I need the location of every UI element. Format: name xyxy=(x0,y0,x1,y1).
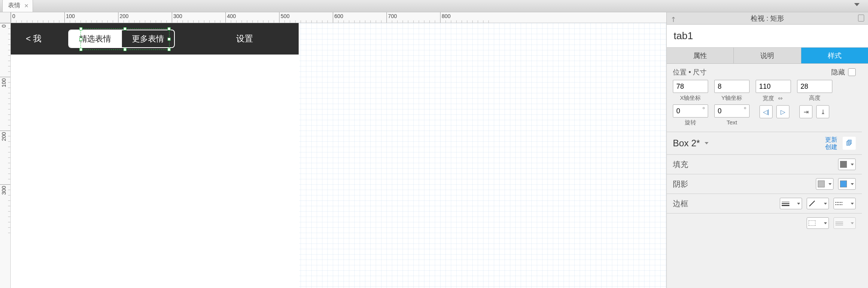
selection-outline[interactable] xyxy=(81,28,169,50)
page-tab[interactable]: 表情 ✕ xyxy=(2,0,33,12)
style-preset-dropdown-icon[interactable] xyxy=(705,142,709,144)
text-rotation-input[interactable] xyxy=(714,104,750,118)
resize-handle-bm[interactable] xyxy=(123,48,127,51)
inspector-header: ↗ 检视 : 矩形 xyxy=(667,12,868,25)
main-row: 0100200300400500600700800 0100200300 < 我… xyxy=(0,12,868,288)
ruler-vertical: 0100200300 xyxy=(0,23,11,288)
close-icon[interactable]: ✕ xyxy=(24,3,29,9)
fill-row: 填充 xyxy=(667,155,862,174)
width-label: 宽度 xyxy=(763,95,774,102)
shadow-label: 阴影 xyxy=(673,179,688,189)
inner-shadow-picker[interactable] xyxy=(838,178,856,190)
ruler-horizontal: 0100200300400500600700800 xyxy=(11,12,666,23)
inspector-panel: ↗ 检视 : 矩形 tab1 属性 说明 样式 位置 • 尺寸 隐藏 xyxy=(666,12,868,288)
resize-handle-ml[interactable] xyxy=(79,38,82,41)
chevron-down-icon xyxy=(824,203,827,205)
style-update-link[interactable]: 更新 xyxy=(825,136,837,143)
hide-label: 隐藏 xyxy=(831,68,845,77)
nav-back-button[interactable]: < 我 xyxy=(11,33,57,45)
inspector-body[interactable]: 位置 • 尺寸 隐藏 X轴坐标 Y轴坐标 xyxy=(667,64,868,288)
border-style-picker[interactable] xyxy=(833,198,856,209)
width-input[interactable] xyxy=(756,80,791,93)
chevron-down-icon xyxy=(851,203,854,205)
copy-style-icon[interactable]: 🗐 xyxy=(843,137,856,150)
resize-handle-tm[interactable] xyxy=(123,27,127,30)
resize-handle-mr[interactable] xyxy=(168,38,171,41)
chevron-down-icon xyxy=(851,183,854,185)
border-color-picker[interactable] xyxy=(807,198,829,209)
tab-style[interactable]: 样式 xyxy=(801,48,868,63)
fit-width-icon[interactable]: ⇥ xyxy=(799,105,812,118)
resize-handle-br[interactable] xyxy=(168,48,171,51)
x-input[interactable] xyxy=(673,80,708,93)
inner-shadow-swatch xyxy=(840,180,847,187)
aspect-lock-icon[interactable]: ⇔ xyxy=(776,94,784,102)
resize-handle-tl[interactable] xyxy=(79,27,82,30)
shadow-row: 阴影 xyxy=(667,174,862,194)
outer-shadow-swatch xyxy=(818,180,825,187)
tab-properties[interactable]: 属性 xyxy=(667,48,734,63)
resize-handle-bl[interactable] xyxy=(79,48,82,51)
style-create-link[interactable]: 创建 xyxy=(825,143,837,151)
canvas-area: 0100200300400500600700800 0100200300 < 我… xyxy=(0,12,666,288)
height-label: 高度 xyxy=(809,94,820,102)
chevron-down-icon xyxy=(851,164,854,166)
hide-checkbox[interactable] xyxy=(848,68,856,76)
border-weight-picker[interactable] xyxy=(780,198,802,209)
height-input[interactable] xyxy=(797,80,832,93)
text-rotation-label: Text xyxy=(727,119,737,126)
canvas[interactable]: < 我 精选表情 更多表情 设置 xyxy=(11,23,666,288)
position-size-title: 位置 • 尺寸 xyxy=(673,68,707,77)
y-label: Y轴坐标 xyxy=(721,94,742,102)
border-row: 边框 xyxy=(667,194,862,214)
expand-icon[interactable]: ↗ xyxy=(668,14,678,24)
chevron-down-icon xyxy=(851,222,854,224)
widget-name-field[interactable]: tab1 xyxy=(667,25,868,48)
border-visibility-row xyxy=(667,214,862,233)
chevron-down-icon xyxy=(829,183,832,185)
svg-line-3 xyxy=(809,201,815,206)
fit-height-icon[interactable]: ⤓ xyxy=(816,105,829,118)
ruler-corner xyxy=(0,12,11,23)
rotation-label: 旋转 xyxy=(685,119,696,126)
page-tab-bar: 表情 ✕ xyxy=(0,0,868,12)
fill-label: 填充 xyxy=(673,159,688,170)
page-tab-label: 表情 xyxy=(8,2,20,10)
flip-vertical-icon[interactable]: ▷ xyxy=(776,105,789,118)
inspector-tabs: 属性 说明 样式 xyxy=(667,48,868,64)
flip-horizontal-icon[interactable]: ◁| xyxy=(760,105,773,118)
style-preset-row: Box 2* 更新 创建 🗐 xyxy=(667,132,862,155)
notes-icon[interactable] xyxy=(858,15,864,22)
fill-color-picker[interactable] xyxy=(838,159,856,170)
x-label: X轴坐标 xyxy=(680,94,701,102)
border-label: 边框 xyxy=(673,199,688,209)
tabbar-dropdown-icon[interactable] xyxy=(854,3,860,6)
rotation-input[interactable] xyxy=(673,104,708,118)
position-size-section: 位置 • 尺寸 隐藏 X轴坐标 Y轴坐标 xyxy=(667,64,862,132)
corner-radius-picker[interactable] xyxy=(833,217,856,229)
chevron-down-icon xyxy=(797,203,800,205)
outer-shadow-picker[interactable] xyxy=(816,178,833,190)
inspector-title: 检视 : 矩形 xyxy=(751,14,784,23)
border-visibility-picker[interactable] xyxy=(807,217,829,229)
y-input[interactable] xyxy=(714,80,750,93)
nav-settings-button[interactable]: 设置 xyxy=(175,33,299,45)
fill-swatch xyxy=(840,161,847,168)
style-preset-name: Box 2* xyxy=(673,138,700,149)
page-background xyxy=(11,23,299,288)
resize-handle-tr[interactable] xyxy=(168,27,171,30)
chevron-down-icon xyxy=(824,222,827,224)
tab-notes[interactable]: 说明 xyxy=(734,48,801,63)
